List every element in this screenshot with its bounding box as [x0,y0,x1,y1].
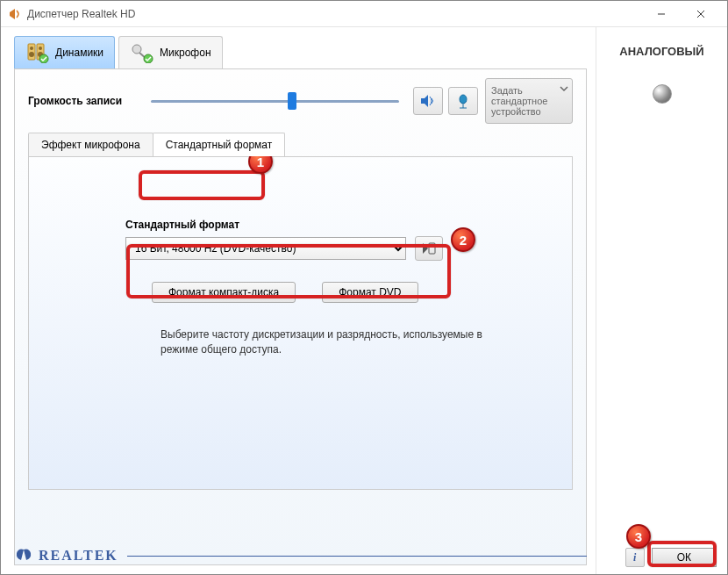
ok-button[interactable]: ОК [652,548,717,567]
tab-mic-effect[interactable]: Эффект микрофона [28,133,153,156]
recording-volume-slider[interactable] [142,90,408,111]
realtek-window: Диспетчер Realtek HD Динамики Микрофон [0,0,728,575]
minimize-button[interactable] [641,2,681,26]
mute-playback-button[interactable] [413,87,443,115]
titlebar: Диспетчер Realtek HD [1,1,727,27]
realtek-logo: REALTEK [14,546,118,565]
preset-cd-button[interactable]: Формат компакт-диска [152,282,296,303]
preset-dvd-button[interactable]: Формат DVD [322,282,418,303]
set-default-label: Задать стандартное устройство [491,85,567,117]
svg-point-5 [30,47,33,50]
tab-speakers-label: Динамики [55,47,103,59]
tab-speakers[interactable]: Динамики [14,36,115,68]
crab-icon [14,546,33,565]
tab-default-format[interactable]: Стандартный формат [153,133,286,156]
recording-volume-row: Громкость записи Задать стандартное устр… [28,78,573,124]
analog-jack-indicator[interactable] [653,84,672,104]
info-button[interactable]: i [625,548,645,567]
side-title: АНАЛОГОВЫЙ [605,45,718,58]
app-icon [8,7,22,21]
test-playback-button[interactable] [415,236,443,261]
recording-volume-label: Громкость записи [28,95,133,107]
format-label: Стандартный формат [125,219,546,231]
chevron-down-icon [560,84,568,95]
svg-rect-16 [429,243,435,254]
svg-point-6 [39,47,42,50]
svg-point-7 [29,52,34,57]
set-default-device-button[interactable]: Задать стандартное устройство [485,78,573,124]
format-hint: Выберите частоту дискретизации и разрядн… [161,327,485,357]
window-title: Диспетчер Realtek HD [27,8,641,20]
mic-subtabs: Эффект микрофона Стандартный формат [28,133,573,156]
microphone-icon [130,42,154,63]
device-tabs: Динамики Микрофон [14,36,587,68]
mute-mic-button[interactable] [448,87,478,115]
footer: REALTEK [14,546,587,565]
speakers-icon [25,42,50,63]
close-button[interactable] [681,2,720,26]
format-panel: Стандартный формат 16 Бит, 48000 Hz (DVD… [28,156,573,490]
main-panel: Громкость записи Задать стандартное устр… [14,68,587,565]
format-select[interactable]: 16 Бит, 48000 Hz (DVD-качество) [125,237,406,260]
side-panel: АНАЛОГОВЫЙ [596,27,727,574]
tab-microphone[interactable]: Микрофон [118,36,222,68]
tab-microphone-label: Микрофон [160,47,211,59]
